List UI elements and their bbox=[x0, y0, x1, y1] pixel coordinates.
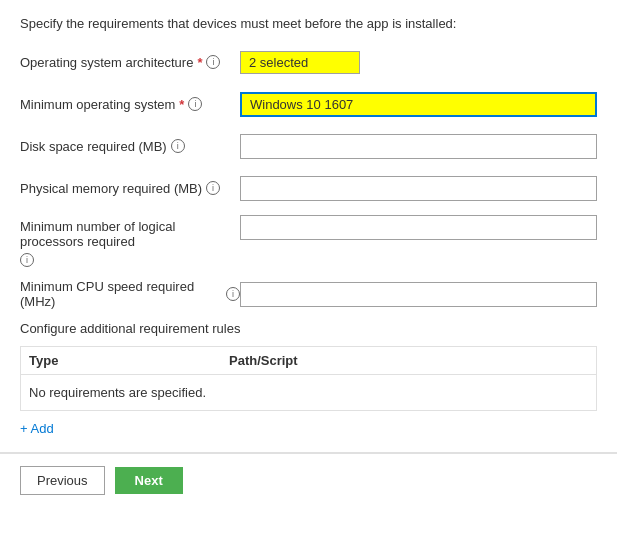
min-os-row: Minimum operating system * i Windows 10 … bbox=[20, 89, 597, 119]
additional-rules-title: Configure additional requirement rules bbox=[20, 321, 597, 336]
disk-space-info-icon[interactable]: i bbox=[171, 139, 185, 153]
physical-memory-info-icon[interactable]: i bbox=[206, 181, 220, 195]
min-os-required: * bbox=[179, 97, 184, 112]
min-os-label-text: Minimum operating system bbox=[20, 97, 175, 112]
add-rule-link[interactable]: + Add bbox=[20, 421, 54, 436]
os-architecture-row: Operating system architecture * i 2 sele… bbox=[20, 47, 597, 77]
page-description: Specify the requirements that devices mu… bbox=[20, 16, 597, 31]
table-header: Type Path/Script bbox=[21, 347, 596, 375]
requirements-table: Type Path/Script No requirements are spe… bbox=[20, 346, 597, 411]
os-architecture-control: 2 selected bbox=[240, 51, 597, 74]
physical-memory-control bbox=[240, 176, 597, 201]
main-container: Specify the requirements that devices mu… bbox=[0, 0, 617, 452]
os-architecture-required: * bbox=[197, 55, 202, 70]
cpu-speed-info-icon[interactable]: i bbox=[226, 287, 240, 301]
logical-processors-row: Minimum number of logical processors req… bbox=[20, 215, 597, 267]
previous-button[interactable]: Previous bbox=[20, 466, 105, 495]
logical-processors-label-text: Minimum number of logical processors req… bbox=[20, 219, 240, 249]
cpu-speed-label: Minimum CPU speed required (MHz) i bbox=[20, 279, 240, 309]
os-architecture-label-text: Operating system architecture bbox=[20, 55, 193, 70]
min-os-label: Minimum operating system * i bbox=[20, 97, 240, 112]
disk-space-label: Disk space required (MB) i bbox=[20, 139, 240, 154]
footer: Previous Next bbox=[0, 453, 617, 507]
min-os-dropdown[interactable]: Windows 10 1607 bbox=[240, 92, 597, 117]
next-button[interactable]: Next bbox=[115, 467, 183, 494]
cpu-speed-control bbox=[240, 282, 597, 307]
physical-memory-row: Physical memory required (MB) i bbox=[20, 173, 597, 203]
disk-space-control bbox=[240, 134, 597, 159]
physical-memory-label: Physical memory required (MB) i bbox=[20, 181, 240, 196]
disk-space-label-text: Disk space required (MB) bbox=[20, 139, 167, 154]
min-os-control: Windows 10 1607 bbox=[240, 92, 597, 117]
physical-memory-input[interactable] bbox=[240, 176, 597, 201]
cpu-speed-row: Minimum CPU speed required (MHz) i bbox=[20, 279, 597, 309]
cpu-speed-label-text: Minimum CPU speed required (MHz) bbox=[20, 279, 222, 309]
os-architecture-dropdown[interactable]: 2 selected bbox=[240, 51, 360, 74]
logical-processors-info-icon[interactable]: i bbox=[20, 253, 34, 267]
table-body: No requirements are specified. bbox=[21, 375, 596, 410]
cpu-speed-input[interactable] bbox=[240, 282, 597, 307]
logical-processors-control bbox=[240, 215, 597, 240]
no-requirements-message: No requirements are specified. bbox=[29, 385, 206, 400]
col-type-header: Type bbox=[29, 353, 229, 368]
os-architecture-info-icon[interactable]: i bbox=[206, 55, 220, 69]
disk-space-input[interactable] bbox=[240, 134, 597, 159]
physical-memory-label-text: Physical memory required (MB) bbox=[20, 181, 202, 196]
col-path-header: Path/Script bbox=[229, 353, 588, 368]
os-architecture-label: Operating system architecture * i bbox=[20, 55, 240, 70]
logical-processors-label: Minimum number of logical processors req… bbox=[20, 215, 240, 267]
disk-space-row: Disk space required (MB) i bbox=[20, 131, 597, 161]
logical-processors-input[interactable] bbox=[240, 215, 597, 240]
min-os-info-icon[interactable]: i bbox=[188, 97, 202, 111]
